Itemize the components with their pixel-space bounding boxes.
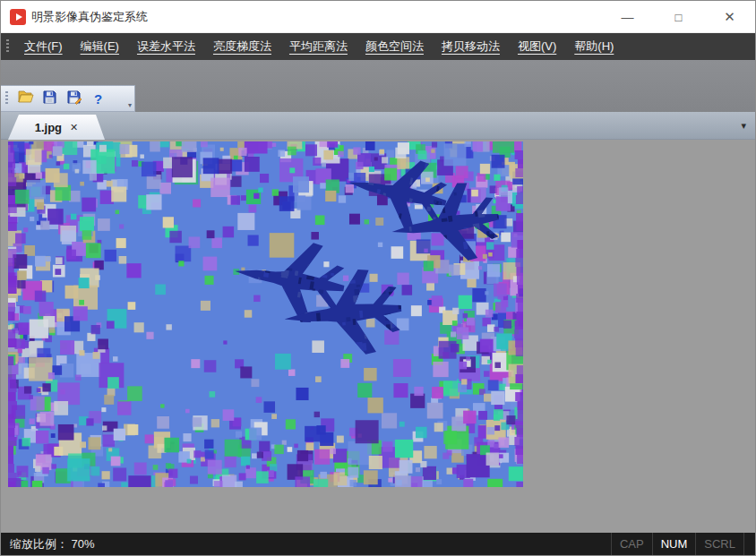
save-button[interactable] (38, 88, 62, 109)
window-controls: — □ ✕ (602, 1, 755, 33)
menu-item-luminance-gradient[interactable]: 亮度梯度法 (204, 33, 280, 60)
help-button[interactable]: ? (86, 88, 110, 109)
titlebar: 明景影像真伪鉴定系统 — □ ✕ (1, 1, 755, 33)
tab-list-dropdown-icon[interactable]: ▾ (741, 112, 746, 140)
menu-item-file[interactable]: 文件(F) (15, 33, 72, 60)
zoom-level-text: 缩放比例： 70% (1, 536, 95, 552)
window-title: 明景影像真伪鉴定系统 (31, 1, 148, 33)
tabstrip: 1.jpg ✕ ▾ (1, 112, 755, 140)
open-folder-icon (18, 90, 34, 107)
menubar-grip-icon (6, 39, 9, 54)
save-as-icon (66, 90, 82, 108)
app-window: 明景影像真伪鉴定系统 — □ ✕ 文件(F) 编辑(E) 误差水平法 亮度梯度法… (0, 0, 756, 556)
menu-item-edit[interactable]: 编辑(E) (72, 33, 128, 60)
indicator-cap: CAP (611, 533, 652, 555)
indicator-num: NUM (652, 533, 696, 555)
help-icon: ? (94, 91, 102, 107)
close-button[interactable]: ✕ (704, 1, 755, 33)
save-icon (42, 90, 57, 108)
status-indicators: CAP NUM SCRL (611, 533, 755, 555)
menu-item-average-distance[interactable]: 平均距离法 (280, 33, 357, 60)
indicator-scrl: SCRL (695, 533, 744, 555)
menu-item-help[interactable]: 帮助(H) (565, 33, 623, 60)
maximize-button[interactable]: □ (653, 1, 704, 33)
menu-item-copy-move[interactable]: 拷贝移动法 (433, 33, 509, 60)
save-as-button[interactable] (62, 88, 86, 109)
toolbar-dock: ? ▾ (1, 60, 755, 112)
menu-item-view[interactable]: 视图(V) (509, 33, 565, 60)
tab-label: 1.jpg (35, 121, 62, 134)
menu-item-color-space[interactable]: 颜色空间法 (357, 33, 433, 60)
toolbar-grip-icon (5, 91, 8, 106)
toolbar: ? ▾ (1, 85, 135, 112)
statusbar: 缩放比例： 70% CAP NUM SCRL (1, 533, 755, 555)
minimize-button[interactable]: — (602, 1, 653, 33)
open-button[interactable] (13, 88, 38, 109)
analysis-image (8, 141, 523, 487)
tab-close-icon[interactable]: ✕ (70, 122, 78, 133)
client-area (1, 140, 755, 535)
tab-1jpg[interactable]: 1.jpg ✕ (8, 115, 105, 140)
toolbar-overflow-icon[interactable]: ▾ (128, 101, 132, 111)
menubar: 文件(F) 编辑(E) 误差水平法 亮度梯度法 平均距离法 颜色空间法 拷贝移动… (1, 33, 755, 60)
menu-item-error-level[interactable]: 误差水平法 (128, 33, 204, 60)
app-icon (10, 9, 26, 25)
